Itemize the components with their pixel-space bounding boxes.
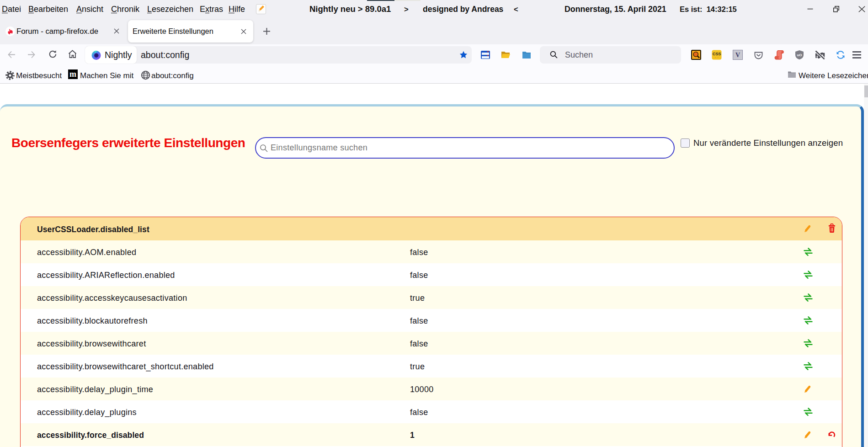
svg-text:CSS: CSS	[713, 52, 721, 56]
svg-text:uO: uO	[797, 53, 802, 57]
svg-text:V: V	[735, 52, 740, 59]
